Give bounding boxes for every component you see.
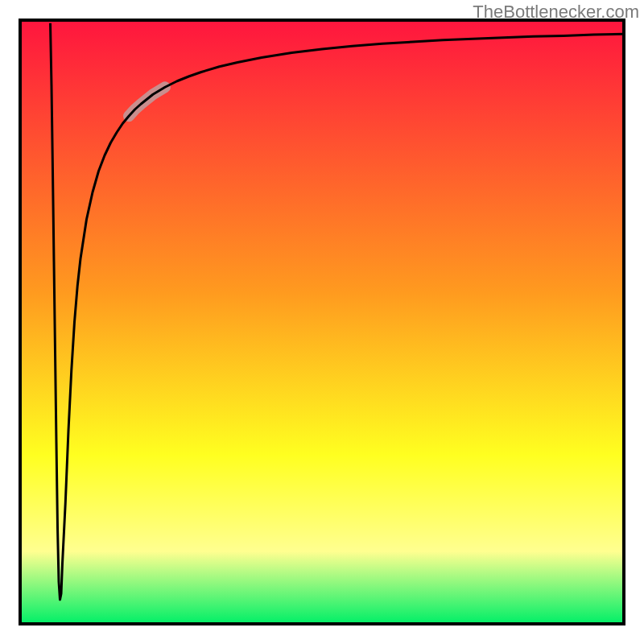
gradient-background — [20, 20, 624, 624]
chart-container: TheBottlenecker.com — [0, 0, 644, 644]
bottleneck-chart — [0, 0, 644, 644]
attribution-label: TheBottlenecker.com — [473, 2, 639, 23]
